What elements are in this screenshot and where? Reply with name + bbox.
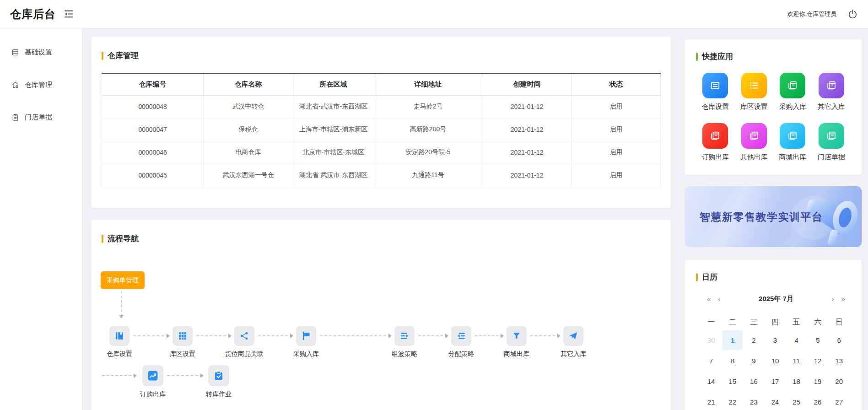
warehouse-table: 仓库编号 仓库名称 所在区域 详细地址 创建时间 状态 00000048 武汉中… <box>102 73 661 187</box>
table-row: 00000047 保税仓 上海市-市辖区-浦东新区 高新路200号 2021-0… <box>102 118 661 141</box>
next-month-icon[interactable]: › <box>832 296 834 303</box>
weekday-label: 四 <box>765 314 786 330</box>
lines-left-icon[interactable] <box>451 326 471 346</box>
col-header: 创建时间 <box>482 73 571 95</box>
calendar-day[interactable]: 2 <box>743 330 765 351</box>
flow-node-label: 仓库设置 <box>90 350 149 358</box>
cell-warehouse-name: 保税仓 <box>204 118 293 141</box>
calendar-month-label: 2025年 7月 <box>727 295 825 303</box>
cell-warehouse-name: 电商仓库 <box>204 141 293 164</box>
calendar-day[interactable]: 7 <box>701 351 722 371</box>
col-header: 仓库编号 <box>102 73 204 95</box>
quick-app-label: 采购入库 <box>779 102 806 111</box>
table-row: 00000046 电商仓库 北京市-市辖区-东城区 安定路20号院-5 2021… <box>102 141 661 164</box>
sidebar-item-label: 门店单据 <box>25 113 52 122</box>
calendar-day[interactable]: 10 <box>765 351 786 371</box>
list-icon <box>741 73 767 98</box>
calendar-day[interactable]: 4 <box>786 330 807 351</box>
calendar-day[interactable]: 22 <box>722 392 744 410</box>
menu-fold-icon[interactable] <box>63 8 75 20</box>
flow-node-label: 分配策略 <box>431 350 491 358</box>
quick-app-label: 库区设置 <box>740 102 768 111</box>
flow-node-label: 货位商品关联 <box>215 350 274 358</box>
send-icon[interactable] <box>563 326 583 346</box>
accent-bar <box>102 235 103 243</box>
accent-bar <box>696 273 698 281</box>
calendar-day[interactable]: 8 <box>722 351 744 371</box>
next-year-icon[interactable]: » <box>841 296 845 303</box>
quick-app-purchase-inbound[interactable]: 采购入库 <box>779 73 806 111</box>
quick-app-other-outbound[interactable]: 其他出库 <box>740 123 768 162</box>
sidebar-item-basic-settings[interactable]: 基础设置 <box>0 43 82 61</box>
promo-banner[interactable]: 智慧新零售教学实训平台 <box>685 186 862 247</box>
calendar-day[interactable]: 23 <box>743 392 765 410</box>
book-icon[interactable] <box>109 326 129 346</box>
quick-app-label: 其它入库 <box>818 102 845 111</box>
calendar-day[interactable]: 18 <box>786 371 807 392</box>
col-header: 详细地址 <box>374 73 482 95</box>
share-icon[interactable] <box>234 326 254 346</box>
box-icon <box>780 123 805 149</box>
quick-app-store-documents[interactable]: 门店单据 <box>818 123 845 162</box>
calendar-day[interactable]: 21 <box>701 392 722 410</box>
cell-created: 2021-01-12 <box>482 141 571 164</box>
calendar-day-selected[interactable]: 1 <box>722 330 744 351</box>
calendar-day[interactable]: 20 <box>828 371 850 392</box>
flow-node-label: 订购出库 <box>123 390 183 399</box>
calendar-day[interactable]: 19 <box>807 371 829 392</box>
quick-app-other-inbound[interactable]: 其它入库 <box>818 73 845 111</box>
cell-warehouse-code: 00000047 <box>102 118 204 141</box>
weekday-label: 六 <box>807 314 829 330</box>
quick-app-label: 订购出库 <box>701 153 729 162</box>
trend-chart-icon[interactable] <box>142 365 163 386</box>
sidebar-item-store-documents[interactable]: 门店单据 <box>0 108 82 126</box>
calendar-day[interactable]: 5 <box>807 330 829 351</box>
calendar-day[interactable]: 9 <box>743 351 765 371</box>
down-dashed-arrow <box>121 291 122 317</box>
quick-apps-card: 快捷应用 仓库设置 库区设置 <box>685 39 862 175</box>
calendar-day[interactable]: 6 <box>828 330 850 351</box>
document-lines-icon <box>11 48 20 57</box>
col-header: 所在区域 <box>293 73 374 95</box>
quick-app-order-outbound[interactable]: 订购出库 <box>701 123 729 162</box>
cell-address: 高新路200号 <box>374 118 482 141</box>
calendar-day[interactable]: 16 <box>743 371 765 392</box>
calendar-day[interactable]: 26 <box>807 392 829 410</box>
quick-app-zone-setup[interactable]: 库区设置 <box>740 73 768 111</box>
flow-node-allocation-strategy: 分配策略 <box>431 326 491 358</box>
calendar-day[interactable]: 25 <box>786 392 807 410</box>
col-header: 仓库名称 <box>204 73 293 95</box>
flow-node-label: 转库作业 <box>189 390 248 399</box>
calendar-day[interactable]: 27 <box>828 392 850 410</box>
power-icon[interactable] <box>847 9 858 19</box>
app-title: 仓库后台 <box>10 7 56 22</box>
calendar-day[interactable]: 17 <box>765 371 786 392</box>
prev-year-icon[interactable]: « <box>707 296 711 303</box>
cell-status: 启用 <box>571 118 660 141</box>
section-title-flow: 流程导航 <box>102 233 661 244</box>
flow-node-slot-goods-link: 货位商品关联 <box>215 326 274 358</box>
calendar-day[interactable]: 30 <box>701 330 722 351</box>
calendar-day[interactable]: 13 <box>828 351 850 371</box>
lines-right-icon[interactable] <box>394 326 415 346</box>
clipboard-check-icon[interactable] <box>208 365 229 386</box>
flag-icon[interactable] <box>296 326 316 346</box>
calendar-day[interactable]: 15 <box>722 371 744 392</box>
section-title-text: 快捷应用 <box>702 51 733 62</box>
sidebar-item-warehouse-management[interactable]: 仓库管理 <box>0 76 82 94</box>
calendar-day[interactable]: 11 <box>786 351 807 371</box>
cell-region: 北京市-市辖区-东城区 <box>293 141 374 164</box>
flow-node-warehouse-setup: 仓库设置 <box>90 326 149 358</box>
grid-icon[interactable] <box>173 326 193 346</box>
calendar-day[interactable]: 24 <box>765 392 786 410</box>
box-icon <box>702 123 728 149</box>
calendar-day[interactable]: 14 <box>701 371 722 392</box>
cell-region: 湖北省-武汉市-东西湖区 <box>293 95 374 118</box>
calendar-day[interactable]: 3 <box>765 330 786 351</box>
calendar-day[interactable]: 12 <box>807 351 829 371</box>
quick-app-mall-outbound[interactable]: 商城出库 <box>779 123 806 162</box>
funnel-icon[interactable] <box>507 326 527 346</box>
prev-month-icon[interactable]: ‹ <box>718 296 720 303</box>
purchase-order-management-button[interactable]: 采购单管理 <box>101 271 145 289</box>
quick-app-warehouse-setup[interactable]: 仓库设置 <box>701 73 729 111</box>
